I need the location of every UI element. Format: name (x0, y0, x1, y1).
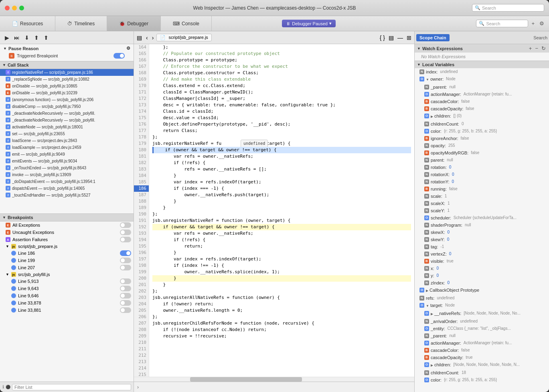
filter-input[interactable] (12, 384, 131, 390)
bp-file-item[interactable]: ▼ js src/jsb_polyfill.js (0, 271, 134, 278)
variable-item[interactable]: Nscale:1 (415, 193, 549, 200)
variable-item[interactable]: Nx:0 (415, 265, 549, 272)
variable-item[interactable]: NskewX:0 (415, 229, 549, 236)
maximize-button[interactable] (19, 6, 24, 10)
variable-item[interactable]: NvertexZ:0 (415, 250, 549, 258)
pause-settings-icon[interactable]: ⚙ (126, 46, 130, 51)
variable-item[interactable]: BopacityModifyRGB:false (415, 149, 549, 156)
variable-item[interactable]: Nopacity:255 (415, 142, 549, 149)
back-button[interactable]: ‹ (145, 35, 149, 41)
bp-line-item[interactable]: Line 33,878 (0, 299, 134, 307)
call-stack-header[interactable]: ▼ Call Stack (0, 61, 134, 69)
variable-item[interactable]: BcascadeColor:false (415, 98, 549, 105)
call-stack-item[interactable]: f loadScene — src/project.dev.js:2843 (0, 137, 134, 144)
file-tab[interactable]: 📄 script/jsb_prepare.js (156, 34, 212, 41)
bp-line-toggle[interactable] (120, 293, 131, 299)
variable-item[interactable]: O_entity:CCClass {_name: "list", _objFla… (415, 325, 549, 332)
call-stack-item[interactable]: E onDisable — src/jsb_polyfill.js:10239 (0, 89, 134, 96)
expand-icon[interactable]: ⊞ (405, 35, 413, 41)
add-watch-button[interactable]: + (528, 45, 533, 51)
bp-line-toggle[interactable] (120, 300, 131, 306)
variable-item[interactable]: O__nativeRefs:[Node, Node, Node, Node, N… (415, 310, 549, 318)
scope-chain-button[interactable]: Scope Chain (416, 34, 450, 41)
console-arrow[interactable]: › (137, 384, 139, 390)
sidebar-toggle-button[interactable]: ▤ (136, 35, 143, 41)
variable-item[interactable]: Nrefs:undefined (415, 295, 549, 302)
call-stack-item[interactable]: f _deactivateNodeRecursively — src/jsb_p… (0, 117, 134, 124)
bp-toggle[interactable] (120, 222, 131, 228)
variable-item[interactable]: Oscheduler:Scheduler {scheduleUpdateForT… (415, 214, 549, 221)
variable-item[interactable]: OCallbackObject Prototype (415, 286, 549, 295)
variable-item[interactable]: Ntag:-1 (415, 243, 549, 250)
bracket-icon[interactable]: { } (379, 35, 386, 41)
variable-item[interactable]: N_parent:null (415, 332, 549, 339)
variable-item[interactable]: Brunning:false (415, 185, 549, 193)
bp-line-toggle[interactable] (120, 286, 131, 291)
call-stack-item[interactable]: f _deactivateNodeRecursively — src/jsb_p… (0, 110, 134, 117)
variable-item[interactable]: BignoreAnchor:false (415, 135, 549, 142)
tab-console[interactable]: ⌨ Console (161, 16, 212, 31)
variable-item[interactable]: Ochildren:[] (0) (415, 112, 549, 120)
bp-line-item[interactable]: Line 9,646 (0, 292, 134, 299)
tab-timelines[interactable]: ⏱ Timelines (55, 16, 107, 31)
right-search-input[interactable]: 🔍 Search (476, 20, 528, 27)
step-into-button[interactable]: ⬇ (23, 34, 31, 42)
bp-line-item[interactable]: Line 186 (0, 250, 134, 257)
variable-item[interactable]: Otarget:Node (415, 302, 549, 310)
call-stack-item[interactable]: f registerNativeRef — script/jsb_prepare… (0, 69, 134, 76)
step-over-button[interactable]: ⏭ (12, 34, 21, 42)
bp-toggle[interactable] (120, 230, 131, 235)
variable-item[interactable]: OactionManager:ActionManager {retain: fu… (415, 91, 549, 98)
variable-item[interactable]: N_arrivalOrder:undefined (415, 318, 549, 325)
bp-line-item[interactable]: Line 5,913 (0, 278, 134, 285)
call-stack-item[interactable]: f dispatchEvent — src/jsb_polyfill.js:14… (0, 185, 134, 192)
breakpoints-header[interactable]: ▼ Breakpoints (0, 214, 134, 221)
remove-watch-button[interactable]: − (534, 45, 539, 51)
call-stack-item[interactable]: f set — src/jsb_polyfill.js:23655 (0, 130, 134, 137)
forward-button[interactable]: › (151, 35, 155, 41)
bp-line-toggle[interactable] (120, 250, 131, 256)
bp-toggle[interactable] (120, 237, 131, 242)
call-stack-item[interactable]: f _touchEndHandler — src/jsb_polyfill.js… (0, 192, 134, 199)
tab-debugger[interactable]: 🐞 Debugger (107, 16, 161, 31)
call-stack-item[interactable]: f disableComp — src/jsb_polyfill.js:7950 (0, 103, 134, 110)
step-out-button[interactable]: ⬆ (32, 34, 41, 42)
watch-header[interactable]: ▼ Watch Expressions + − ↻ (415, 44, 549, 53)
variable-item[interactable]: NscaleY:1 (415, 207, 549, 214)
variable-item[interactable]: Nrotation:0 (415, 164, 549, 171)
variable-item[interactable]: Bvisible:true (415, 258, 549, 265)
variable-item[interactable]: NskewY:0 (415, 236, 549, 243)
close-button[interactable] (5, 6, 10, 10)
variable-item[interactable]: BcascadeColor:false (415, 347, 549, 354)
variable-item[interactable]: NshaderProgram:null (415, 221, 549, 229)
variable-item[interactable]: BcascadeOpacity:true (415, 354, 549, 361)
variable-item[interactable]: NzIndex:0 (415, 279, 549, 286)
bp-line-item[interactable]: Line 9,643 (0, 285, 134, 292)
variable-item[interactable]: Ochildren:[Node, Node, Node, Node, Node,… (415, 361, 549, 369)
variable-item[interactable]: NrotationX:0 (415, 171, 549, 178)
minimize-button[interactable] (12, 6, 17, 10)
variable-item[interactable]: NchildrenCount:0 (415, 120, 549, 128)
bp-line-item[interactable]: Line 199 (0, 257, 134, 264)
variable-item[interactable]: N_parent:null (415, 83, 549, 91)
refresh-watch-button[interactable]: ↻ (541, 45, 547, 51)
call-stack-item[interactable]: f emitEvents — src/jsb_polyfill.js:9034 (0, 158, 134, 165)
tab-resources[interactable]: 📄 Resources (0, 16, 55, 31)
bp-line-item[interactable]: Line 33,881 (0, 307, 134, 314)
call-stack-item[interactable]: f _doDispatchEvent — src/jsb_polyfill.js… (0, 178, 134, 185)
variable-item[interactable]: NchildrenCount:18 (415, 369, 549, 376)
call-stack-item[interactable]: f activateNode — src/jsb_polyfill.js:180… (0, 124, 134, 130)
bp-line-item[interactable]: Line 207 (0, 264, 134, 271)
all-exceptions-item[interactable]: E All Exceptions (0, 221, 134, 229)
bp-line-toggle[interactable] (120, 278, 131, 284)
format-icon[interactable]: ▤ (387, 35, 395, 41)
variable-item[interactable]: Ocolor:{r: 255, g: 255, b: 255, a: 255} (415, 128, 549, 135)
locals-header[interactable]: ▼ Local Variables (415, 61, 549, 68)
call-stack-item[interactable]: f invoke — src/jsb_polyfill.js:13909 (0, 171, 134, 178)
variable-item[interactable]: OactionManager:ActionManager {retain: fu… (415, 339, 549, 347)
continue-button[interactable]: ▶ (3, 34, 11, 42)
debugger-paused-button[interactable]: ⏸ Debugger Paused ▾ (282, 20, 336, 27)
pause-toggle[interactable] (113, 53, 125, 59)
call-stack-item[interactable]: E onDisable — src/jsb_polyfill.js:10865 (0, 83, 134, 89)
bp-line-toggle[interactable] (120, 258, 131, 263)
